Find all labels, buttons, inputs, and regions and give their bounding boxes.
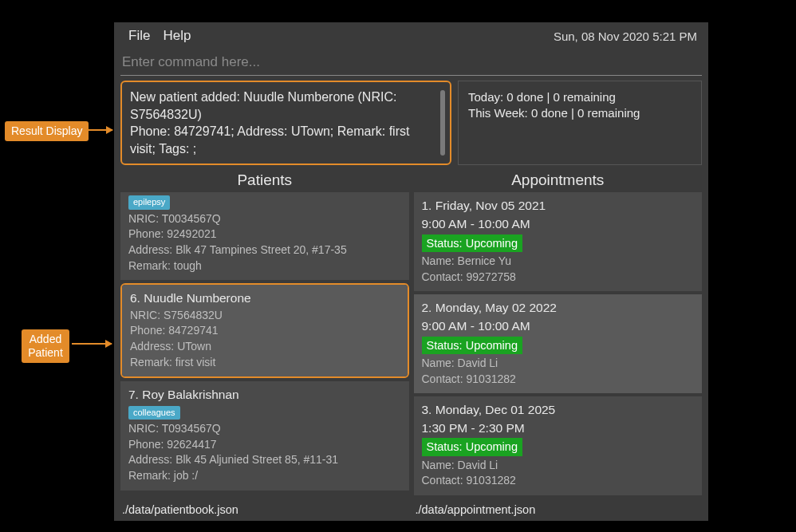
status-badge: Status: Upcoming bbox=[422, 337, 522, 354]
appointments-column: Appointments 1. Friday, Nov 05 20219:00 … bbox=[414, 170, 703, 499]
patient-address: Address: Blk 47 Tampines Street 20, #17-… bbox=[128, 242, 401, 258]
patient-name: 7. Roy Balakrishnan bbox=[128, 386, 401, 404]
tag-badge: epilepsy bbox=[128, 195, 170, 209]
patients-list[interactable]: epilepsyNRIC: T0034567QPhone: 92492021Ad… bbox=[120, 192, 409, 499]
appointment-date: 1. Friday, Nov 05 2021 bbox=[422, 197, 695, 215]
patient-remark: Remark: tough bbox=[128, 258, 401, 274]
result-display: New patient added: Nuudle Numberone (NRI… bbox=[120, 81, 451, 165]
status-badge: Status: Upcoming bbox=[422, 234, 522, 252]
appointment-contact: Contact: 99272758 bbox=[422, 270, 695, 286]
patient-address: Address: UTown bbox=[130, 339, 400, 355]
patients-title: Patients bbox=[120, 170, 409, 192]
tag-badge: colleagues bbox=[128, 406, 180, 420]
patient-nric: NRIC: T0034567Q bbox=[128, 211, 401, 227]
callout-label: Added bbox=[30, 333, 61, 345]
patient-nric: NRIC: S7564832U bbox=[130, 308, 400, 324]
stats-panel: Today: 0 done | 0 remaining This Week: 0… bbox=[458, 81, 702, 165]
callout-result-display: Result Display bbox=[5, 121, 89, 141]
patient-name: 6. Nuudle Numberone bbox=[130, 290, 400, 307]
appointments-list[interactable]: 1. Friday, Nov 05 20219:00 AM - 10:00 AM… bbox=[414, 192, 703, 499]
appointment-card[interactable]: 2. Monday, May 02 20229:00 AM - 10:00 AM… bbox=[414, 294, 703, 393]
appointment-date: 2. Monday, May 02 2022 bbox=[422, 299, 695, 317]
callout-label: Patient bbox=[28, 346, 63, 359]
appointment-path: ./data/appointment.json bbox=[414, 502, 703, 518]
callout-added-patient: Added Patient bbox=[22, 329, 69, 363]
patients-column: Patients epilepsyNRIC: T0034567QPhone: 9… bbox=[120, 170, 409, 499]
appointment-time: 9:00 AM - 10:00 AM bbox=[422, 317, 695, 335]
appointment-name: Name: Bernice Yu bbox=[422, 254, 695, 270]
command-bar bbox=[120, 49, 702, 76]
menu-help[interactable]: Help bbox=[156, 28, 197, 44]
scrollbar[interactable] bbox=[440, 90, 445, 156]
patient-remark: Remark: first visit bbox=[130, 355, 400, 371]
summary-row: New patient added: Nuudle Numberone (NRI… bbox=[114, 81, 708, 170]
datetime-label: Sun, 08 Nov 2020 5:21 PM bbox=[554, 30, 700, 43]
appointment-card[interactable]: 1. Friday, Nov 05 20219:00 AM - 10:00 AM… bbox=[414, 192, 703, 291]
appointment-time: 9:00 AM - 10:00 AM bbox=[422, 215, 695, 233]
appointment-time: 1:30 PM - 2:30 PM bbox=[422, 420, 695, 437]
appointment-name: Name: David Li bbox=[422, 356, 695, 372]
patient-address: Address: Blk 45 Aljunied Street 85, #11-… bbox=[128, 452, 401, 468]
patient-nric: NRIC: T0934567Q bbox=[128, 421, 401, 437]
patient-card[interactable]: 6. Nuudle NumberoneNRIC: S7564832UPhone:… bbox=[122, 285, 408, 376]
stats-today: Today: 0 done | 0 remaining bbox=[468, 89, 692, 105]
arrow-icon bbox=[84, 129, 112, 131]
appointment-contact: Contact: 91031282 bbox=[422, 372, 695, 388]
app-window: File Help Sun, 08 Nov 2020 5:21 PM New p… bbox=[114, 22, 708, 521]
menu-file[interactable]: File bbox=[122, 28, 156, 44]
status-badge: Status: Upcoming bbox=[422, 438, 522, 455]
patientbook-path: ./data/patientbook.json bbox=[120, 502, 409, 518]
appointment-date: 3. Monday, Dec 01 2025 bbox=[422, 401, 695, 419]
footer: ./data/patientbook.json ./data/appointme… bbox=[114, 500, 708, 521]
patient-card[interactable]: epilepsyNRIC: T0034567QPhone: 92492021Ad… bbox=[120, 192, 409, 280]
patient-phone: Phone: 92492021 bbox=[128, 227, 401, 242]
appointments-title: Appointments bbox=[414, 170, 703, 192]
highlighted-patient: 6. Nuudle NumberoneNRIC: S7564832UPhone:… bbox=[120, 283, 409, 378]
result-line: Phone: 84729741; Address: UTown; Remark:… bbox=[130, 123, 432, 157]
appointment-name: Name: David Li bbox=[422, 458, 695, 474]
patient-remark: Remark: job :/ bbox=[128, 468, 401, 484]
columns: Patients epilepsyNRIC: T0034567QPhone: 9… bbox=[114, 170, 708, 500]
command-input[interactable] bbox=[120, 49, 702, 75]
callout-label: Result Display bbox=[11, 124, 82, 137]
stats-week: This Week: 0 done | 0 remaining bbox=[468, 105, 692, 121]
result-line: New patient added: Nuudle Numberone (NRI… bbox=[130, 89, 432, 123]
patient-phone: Phone: 84729741 bbox=[130, 323, 400, 339]
patient-phone: Phone: 92624417 bbox=[128, 437, 401, 453]
patient-card[interactable]: 7. Roy BalakrishnancolleaguesNRIC: T0934… bbox=[120, 381, 409, 490]
appointment-card[interactable]: 3. Monday, Dec 01 20251:30 PM - 2:30 PMS… bbox=[414, 396, 703, 495]
menubar: File Help Sun, 08 Nov 2020 5:21 PM bbox=[114, 22, 708, 49]
appointment-contact: Contact: 91031282 bbox=[422, 473, 695, 489]
arrow-icon bbox=[72, 343, 112, 345]
